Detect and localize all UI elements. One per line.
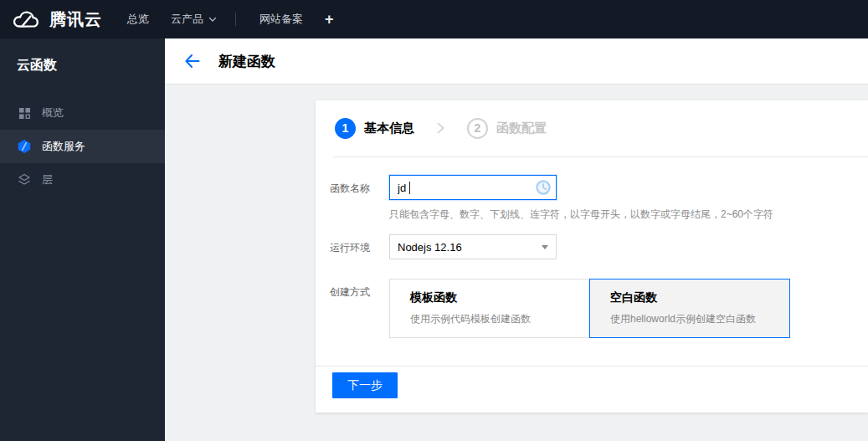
step-number-badge: 1 — [335, 118, 356, 139]
step-function-config: 2 函数配置 — [467, 118, 547, 139]
step-number-badge: 2 — [467, 118, 488, 139]
create-function-card: 1 基本信息 2 函数配置 函数名称 — [316, 100, 868, 413]
add-tab-button[interactable]: + — [325, 12, 334, 27]
runtime-label: 运行环境 — [330, 234, 389, 259]
function-name-label: 函数名称 — [330, 175, 389, 222]
form-row-creation-method: 创建方式 模板函数 使用示例代码模板创建函数 空白函数 使用helloworld… — [330, 279, 790, 338]
sidebar: 云函数 概览 函数服务 — [0, 38, 165, 441]
step-label: 函数配置 — [496, 121, 547, 136]
option-description: 使用示例代码模板创建函数 — [410, 312, 589, 326]
caret-down-icon — [208, 17, 217, 23]
brand-label: 腾讯云 — [49, 8, 102, 31]
text-cursor — [409, 182, 410, 194]
option-title: 空白函数 — [610, 290, 789, 305]
sidebar-item-label: 概览 — [42, 105, 64, 121]
grid-icon — [17, 105, 32, 121]
nav-item-overview[interactable]: 总览 — [127, 12, 149, 27]
tencent-cloud-brand[interactable]: 腾讯云 — [12, 8, 102, 31]
sidebar-item-overview[interactable]: 概览 — [0, 96, 165, 130]
function-name-input[interactable] — [389, 175, 557, 200]
runtime-select[interactable]: Nodejs 12.16 — [389, 234, 557, 259]
creation-options: 模板函数 使用示例代码模板创建函数 空白函数 使用helloworld示例创建空… — [389, 279, 790, 338]
next-step-button[interactable]: 下一步 — [332, 372, 398, 398]
sidebar-item-layers[interactable]: 层 — [0, 163, 165, 197]
back-arrow-icon[interactable] — [183, 52, 202, 70]
content-area: 1 基本信息 2 函数配置 函数名称 — [165, 85, 868, 441]
sidebar-title: 云函数 — [0, 38, 165, 91]
navbar-divider — [235, 13, 236, 26]
step-basic-info: 1 基本信息 — [335, 118, 414, 139]
function-name-hint: 只能包含字母、数字、下划线、连字符，以字母开头，以数字或字母结尾，2~60个字符 — [389, 208, 773, 222]
nav-item-label: 云产品 — [171, 12, 203, 27]
layers-icon — [17, 172, 32, 187]
function-name-field: 只能包含字母、数字、下划线、连字符，以字母开头，以数字或字母结尾，2~60个字符 — [389, 175, 773, 222]
creation-method-label: 创建方式 — [330, 279, 389, 338]
sidebar-item-label: 函数服务 — [42, 139, 85, 154]
page-header: 新建函数 — [165, 38, 868, 85]
cloud-logo-icon — [12, 8, 42, 31]
option-description: 使用helloworld示例创建空白函数 — [610, 312, 789, 326]
function-name-input-wrap — [389, 175, 557, 200]
chevron-right-icon — [437, 122, 444, 134]
top-navbar: 腾讯云 总览 云产品 网站备案 + — [0, 0, 868, 38]
nav-item-icp[interactable]: 网站备案 — [259, 12, 303, 27]
creation-option-template[interactable]: 模板函数 使用示例代码模板创建函数 — [389, 279, 590, 338]
creation-option-blank[interactable]: 空白函数 使用helloworld示例创建空白函数 — [589, 279, 790, 338]
step-label: 基本信息 — [364, 121, 414, 136]
sidebar-menu: 概览 函数服务 层 — [0, 96, 165, 197]
option-title: 模板函数 — [410, 290, 589, 305]
section-divider — [333, 156, 868, 157]
footer-divider — [316, 366, 868, 367]
hexagon-function-icon — [17, 139, 32, 154]
nav-item-cloud-products[interactable]: 云产品 — [171, 12, 217, 27]
sidebar-item-function-service[interactable]: 函数服务 — [0, 130, 165, 163]
page-title: 新建函数 — [218, 52, 275, 71]
form-row-function-name: 函数名称 只能包含字母、数字、下划线、连字符，以字母开头，以数字或字母结尾，2~… — [330, 175, 773, 222]
wizard-steps: 1 基本信息 2 函数配置 — [335, 117, 547, 139]
clock-icon — [535, 179, 552, 199]
form-row-runtime: 运行环境 Nodejs 12.16 — [330, 234, 557, 259]
caret-down-icon — [542, 245, 548, 249]
sidebar-item-label: 层 — [42, 172, 53, 187]
runtime-selected-value: Nodejs 12.16 — [398, 241, 462, 254]
